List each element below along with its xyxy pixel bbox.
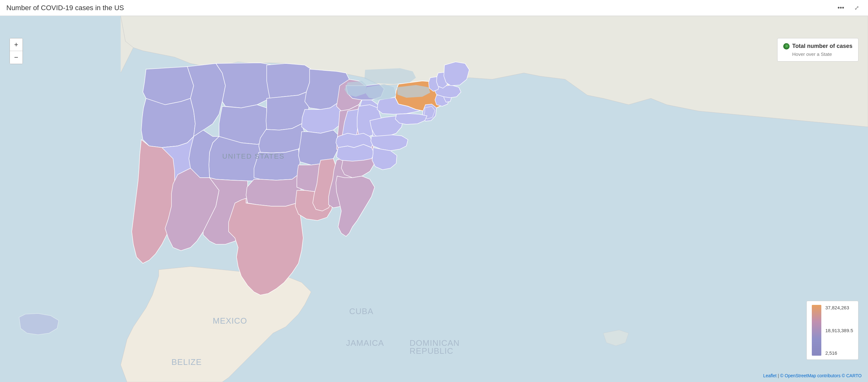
svg-rect-1 <box>0 16 121 382</box>
osm-link[interactable]: © OpenStreetMap contributors <box>780 373 840 378</box>
carto-link[interactable]: © CARTO <box>842 373 862 378</box>
info-title-row: Total number of cases <box>783 43 852 50</box>
attribution: Leaflet | © OpenStreetMap contributors ©… <box>763 373 862 378</box>
us-map-svg: UNITED STATES MEXICO CUBA DOMINICAN REPU… <box>0 16 868 382</box>
svg-text:BELIZE: BELIZE <box>172 357 202 367</box>
svg-text:REPUBLIC: REPUBLIC <box>409 346 453 356</box>
title-actions: ••• ⤢ <box>835 3 862 13</box>
title-bar: Number of COVID-19 cases in the US ••• ⤢ <box>0 0 868 16</box>
legend-labels: 37,824,263 18,913,389.5 2,516 <box>825 305 853 356</box>
map-area[interactable]: UNITED STATES MEXICO CUBA DOMINICAN REPU… <box>0 16 868 382</box>
more-button[interactable]: ••• <box>835 3 847 13</box>
info-title-text: Total number of cases <box>792 43 852 50</box>
svg-text:MEXICO: MEXICO <box>213 316 247 325</box>
legend-box: 37,824,263 18,913,389.5 2,516 <box>806 301 859 360</box>
info-box: Total number of cases Hover over a State <box>777 38 859 62</box>
info-subtitle: Hover over a State <box>792 52 852 57</box>
legend-gradient <box>812 305 821 356</box>
svg-text:UNITED STATES: UNITED STATES <box>222 152 284 160</box>
virus-icon <box>783 43 789 50</box>
legend-mid: 18,913,389.5 <box>825 328 853 333</box>
map-container: Number of COVID-19 cases in the US ••• ⤢ <box>0 0 868 382</box>
zoom-controls: + − <box>9 38 23 64</box>
legend-min: 2,516 <box>825 350 853 356</box>
zoom-out-button[interactable]: − <box>10 51 23 64</box>
legend-wrapper: 37,824,263 18,913,389.5 2,516 <box>812 305 853 356</box>
svg-text:JAMAICA: JAMAICA <box>346 338 384 348</box>
svg-text:CUBA: CUBA <box>349 307 373 316</box>
legend-max: 37,824,263 <box>825 305 853 310</box>
leaflet-link[interactable]: Leaflet <box>763 373 777 378</box>
page-title: Number of COVID-19 cases in the US <box>6 4 124 12</box>
zoom-in-button[interactable]: + <box>10 38 23 51</box>
expand-button[interactable]: ⤢ <box>852 3 862 13</box>
